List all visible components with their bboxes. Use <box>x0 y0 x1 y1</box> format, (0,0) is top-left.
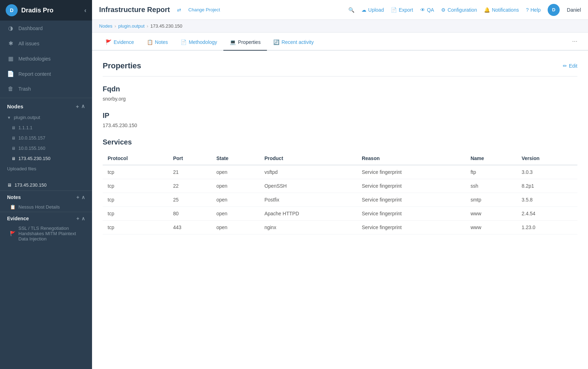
table-row: tcp443opennginxService fingerprintwww1.2… <box>103 221 577 234</box>
table-header-row: Protocol Port State Product Reason Name … <box>103 152 577 165</box>
services-section: Services Protocol Port State Product Rea… <box>103 138 577 234</box>
change-project-button[interactable]: Change Project <box>188 7 220 12</box>
cell-version: 3.0.3 <box>516 165 577 179</box>
node-icon: 🖥 <box>11 125 16 130</box>
cell-state: open <box>211 193 259 207</box>
app-logo[interactable]: D Dradis Pro <box>6 4 53 16</box>
breadcrumb-plugin-output[interactable]: plugin.output <box>118 23 144 29</box>
collapse-evidence-button[interactable]: ∧ <box>81 216 85 221</box>
cell-product: nginx <box>259 221 357 234</box>
col-name: Name <box>466 152 516 165</box>
fqdn-section: Fqdn snorby.org <box>103 85 577 102</box>
tree-expand-icon: ▼ <box>7 115 11 120</box>
upload-button[interactable]: ☁ Upload <box>361 7 384 13</box>
methodologies-label: Methodologies <box>18 56 51 62</box>
user-avatar[interactable]: D <box>548 4 560 16</box>
cell-protocol: tcp <box>103 193 168 207</box>
sidebar-item-methodologies[interactable]: ▦ Methodologies <box>0 51 92 66</box>
tab-properties[interactable]: 💻 Properties <box>223 34 267 51</box>
tab-methodology[interactable]: 📄 Methodology <box>174 34 223 51</box>
user-name: Daniel <box>567 7 581 13</box>
cell-state: open <box>211 165 259 179</box>
ip-value: 173.45.230.150 <box>103 123 577 128</box>
add-note-button[interactable]: + <box>76 194 79 200</box>
logo-icon: D <box>6 4 18 16</box>
uploaded-files-item[interactable]: Uploaded files <box>0 164 92 174</box>
export-label: Export <box>399 7 413 13</box>
tree-node-2[interactable]: 🖥 10.0.155.157 <box>0 133 92 143</box>
cell-reason: Service fingerprint <box>357 165 466 179</box>
cell-state: open <box>211 221 259 234</box>
upload-icon: ☁ <box>361 7 366 13</box>
tree-parent-plugin-output[interactable]: ▼ plugin.output <box>0 112 92 123</box>
tree-node-4-label: 173.45.230.150 <box>18 156 50 161</box>
configuration-icon: ⚙ <box>441 7 446 13</box>
evidence-tab-icon: 🚩 <box>105 39 112 45</box>
upload-label: Upload <box>368 7 384 13</box>
breadcrumb: Nodes › plugin.output › 173.45.230.150 <box>92 20 588 33</box>
sidebar-collapse-button[interactable]: ‹ <box>84 7 86 14</box>
col-state: State <box>211 152 259 165</box>
tree-node-2-label: 10.0.155.157 <box>18 135 45 141</box>
collapse-notes-button[interactable]: ∧ <box>81 194 85 200</box>
tree-node-3-label: 10.0.155.160 <box>18 146 45 151</box>
evidence-section-actions: + ∧ <box>76 216 85 221</box>
sidebar-item-report-content[interactable]: 📄 Report content <box>0 66 92 81</box>
recent-activity-tab-icon: 🔄 <box>273 39 279 45</box>
col-port: Port <box>168 152 211 165</box>
cell-port: 21 <box>168 165 211 179</box>
add-evidence-button[interactable]: + <box>76 216 79 221</box>
cell-port: 443 <box>168 221 211 234</box>
cell-product: vsftpd <box>259 165 357 179</box>
cell-state: open <box>211 179 259 193</box>
current-node-icon: 🖥 <box>7 182 12 188</box>
tab-more-button[interactable]: ··· <box>569 33 581 50</box>
evidence-item-ssl[interactable]: 🚩 SSL / TLS Renegotiation Handshakes MIT… <box>0 223 92 244</box>
cell-version: 2.4.54 <box>516 207 577 221</box>
notes-section-label: Notes <box>7 194 21 200</box>
table-row: tcp21openvsftpdService fingerprintftp3.0… <box>103 165 577 179</box>
nodes-section-actions: + ∧ <box>76 103 85 109</box>
cell-port: 25 <box>168 193 211 207</box>
nodes-section-header: Nodes + ∧ <box>0 98 92 112</box>
project-title: Infrastructure Report <box>99 6 170 14</box>
content-header: Properties ✏ Edit <box>103 61 577 76</box>
qa-button[interactable]: 👁 QA <box>420 7 434 13</box>
fqdn-value: snorby.org <box>103 96 577 102</box>
current-node-label: 173.45.230.150 <box>15 182 46 188</box>
col-product: Product <box>259 152 357 165</box>
tree-node-3[interactable]: 🖥 10.0.155.160 <box>0 143 92 153</box>
edit-button[interactable]: ✏ Edit <box>563 63 577 69</box>
tab-recent-activity[interactable]: 🔄 Recent activity <box>267 34 320 51</box>
qa-icon: 👁 <box>420 7 425 13</box>
evidence-item-label: SSL / TLS Renegotiation Handshakes MITM … <box>18 226 85 242</box>
tab-evidence[interactable]: 🚩 Evidence <box>99 34 141 51</box>
search-button[interactable]: 🔍 <box>348 7 354 13</box>
help-button[interactable]: ? Help <box>526 7 541 13</box>
methodology-tab-label: Methodology <box>189 39 217 45</box>
sidebar-item-trash[interactable]: 🗑 Trash <box>0 81 92 96</box>
help-icon: ? <box>526 7 529 13</box>
tree-node-1[interactable]: 🖥 1.1.1.1 <box>0 123 92 133</box>
tree-node-4[interactable]: 🖥 173.45.230.150 <box>0 153 92 164</box>
col-reason: Reason <box>357 152 466 165</box>
export-button[interactable]: 📄 Export <box>391 7 413 13</box>
all-issues-label: All issues <box>18 41 39 46</box>
note-item-nessus[interactable]: 📋 Nessus Host Details <box>0 202 92 212</box>
change-project-label: Change Project <box>188 7 220 12</box>
dashboard-icon: ◑ <box>7 25 14 32</box>
sidebar-item-dashboard[interactable]: ◑ Dashboard <box>0 21 92 36</box>
export-icon: 📄 <box>391 7 397 13</box>
breadcrumb-nodes[interactable]: Nodes <box>99 23 113 29</box>
sidebar-item-all-issues[interactable]: ✱ All issues <box>0 36 92 51</box>
collapse-nodes-button[interactable]: ∧ <box>81 103 85 109</box>
configuration-button[interactable]: ⚙ Configuration <box>441 7 477 13</box>
cell-protocol: tcp <box>103 165 168 179</box>
cell-name: www <box>466 221 516 234</box>
cell-product: Postfix <box>259 193 357 207</box>
add-node-button[interactable]: + <box>76 103 79 109</box>
notifications-button[interactable]: 🔔 Notifications <box>484 7 519 13</box>
tab-notes[interactable]: 📋 Notes <box>141 34 175 51</box>
cell-version: 8.2p1 <box>516 179 577 193</box>
change-project-icon: ⇄ <box>177 7 181 13</box>
